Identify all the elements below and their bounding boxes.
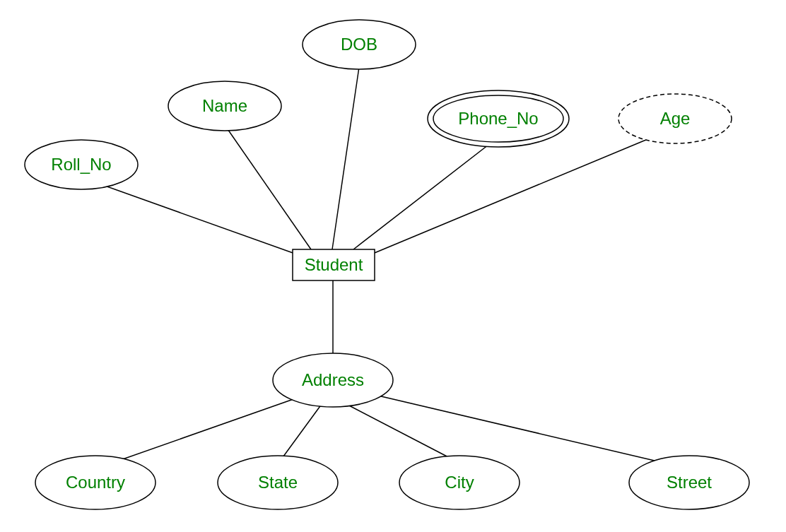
attr-state: State — [218, 456, 338, 509]
edge-student-phoneno — [353, 140, 495, 249]
attr-name: Name — [168, 81, 281, 131]
edge-address-state — [281, 404, 322, 459]
attr-country: Country — [35, 456, 156, 509]
attr-dob-label: DOB — [341, 35, 377, 54]
entity-student-label: Student — [305, 255, 363, 274]
attr-age-label: Age — [660, 109, 691, 128]
attr-address-label: Address — [302, 370, 364, 389]
edge-address-city — [346, 404, 452, 459]
attr-phoneno: Phone_No — [428, 90, 569, 147]
edge-student-dob — [332, 67, 359, 249]
edge-address-street — [378, 396, 679, 466]
edge-student-rollno — [81, 177, 297, 254]
er-diagram: Student Roll_No Name DOB Phone_No Age Ad… — [0, 0, 786, 532]
attr-street-label: Street — [667, 473, 712, 492]
attr-rollno-label: Roll_No — [51, 155, 111, 174]
attr-state-label: State — [258, 473, 298, 492]
attr-city: City — [399, 456, 520, 509]
entity-student: Student — [293, 249, 375, 280]
attr-address: Address — [273, 353, 393, 407]
attr-city-label: City — [445, 473, 474, 492]
edge-student-age — [371, 131, 668, 254]
attr-street: Street — [629, 456, 749, 509]
attr-rollno: Roll_No — [25, 140, 138, 189]
attr-country-label: Country — [66, 473, 125, 492]
edge-student-name — [225, 125, 311, 249]
attr-age: Age — [618, 94, 732, 143]
attr-phoneno-label: Phone_No — [458, 109, 538, 128]
attr-dob: DOB — [303, 20, 416, 69]
attr-name-label: Name — [202, 96, 247, 115]
